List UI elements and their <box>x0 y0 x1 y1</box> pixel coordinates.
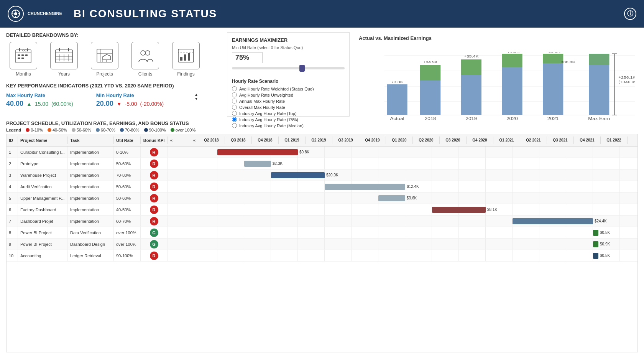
cell-util-5: 50-60% <box>114 192 141 204</box>
radio-overall_max[interactable]: Overall Max Hourly Rate <box>232 105 345 110</box>
scroll-left-btn[interactable]: « <box>168 138 175 143</box>
earnings-label-4: $12.4K <box>407 184 419 189</box>
timeline-cell-8-9 <box>432 227 459 238</box>
radio-annual_max[interactable]: Annual Max Hourly Rate <box>232 99 345 104</box>
timeline-cell-9-14 <box>566 239 593 250</box>
timeline-cell-1-12 <box>513 146 539 158</box>
gantt-row-7[interactable]: 7 Dashboard Projet Implementation 60-70%… <box>7 216 191 227</box>
timeline-col-Q3-2019: Q3 2019 <box>332 137 359 144</box>
col-name-header: Project Name <box>18 137 68 144</box>
svg-rect-10 <box>18 54 20 56</box>
timeline-cell-10-0 <box>191 250 217 261</box>
svg-rect-45 <box>461 75 481 115</box>
radio-weighted[interactable]: Avg Hourly Rate Weighted (Status Quo) <box>232 86 345 91</box>
legend-60-70: 60-70% <box>96 128 115 132</box>
svg-rect-40 <box>387 84 407 115</box>
breakdown-months[interactable]: OCT Months <box>6 42 41 77</box>
cell-id-9: 9 <box>7 239 18 250</box>
svg-text:2021: 2021 <box>547 117 559 121</box>
timeline-cell-4-15 <box>593 181 620 192</box>
cell-util-1: 0-10% <box>114 146 141 158</box>
cell-task-1: Implementation <box>68 146 114 158</box>
timeline-row-8: $0.5K <box>191 227 637 239</box>
timeline-cell-2-5 <box>325 158 352 169</box>
timeline-cell-5-5 <box>325 192 352 204</box>
earnings-chart: 73.8K +84.9K +55.4K +76.5K <box>359 52 635 127</box>
timeline-cell-9-2 <box>244 239 271 250</box>
kpi-max-label: Max Hourly Rate <box>6 92 73 98</box>
timeline-cell-7-4 <box>298 216 325 227</box>
radio-industry_top[interactable]: Industry Avg Hourly Rate (Top) <box>232 111 345 116</box>
timeline-cell-5-11 <box>486 192 513 204</box>
cell-task-6: Implementation <box>68 204 114 215</box>
timeline-cell-8-14 <box>566 227 593 238</box>
svg-text:+84.9K: +84.9K <box>423 60 438 64</box>
timeline-cell-10-3 <box>271 250 298 261</box>
breakdown-projects[interactable]: Projects <box>87 42 122 77</box>
kpi-max-hourly: Max Hourly Rate 40.00 ▲ 15.00 (60.00%) <box>6 92 73 108</box>
gantt-row-9[interactable]: 9 Power BI Project Dashboard Design over… <box>7 239 191 250</box>
cell-name-3: Warehouse Project <box>18 169 68 181</box>
svg-rect-52 <box>543 54 563 63</box>
sort-arrows[interactable]: ▲ ▼ <box>194 92 198 101</box>
gantt-row-6[interactable]: 6 Factory Dashboard Implementation 40-50… <box>7 204 191 216</box>
cell-task-7: Implementation <box>68 216 114 227</box>
cell-bonus-9: G <box>141 239 168 250</box>
timeline-cell-10-12 <box>513 250 539 261</box>
gantt-row-4[interactable]: 4 Audit Verification Implementation 50-6… <box>7 181 191 192</box>
svg-text:330.0K: 330.0K <box>561 60 575 64</box>
timeline-cell-1-5 <box>325 146 352 158</box>
svg-text:2018: 2018 <box>425 117 436 121</box>
timeline-cell-6-4 <box>298 204 325 215</box>
kpi-max-current: 40.00 <box>6 100 23 108</box>
earnings-panel: EARNINGS MAXIMIZER Min Util Rate (select… <box>227 32 350 117</box>
cell-util-4: 50-60% <box>114 181 141 192</box>
cell-name-1: Curabitur Consulting I... <box>18 146 68 158</box>
timeline-cell-9-7 <box>378 239 405 250</box>
scroll-right-btn[interactable]: « <box>191 138 198 143</box>
cell-util-2: 50-60% <box>114 158 141 169</box>
info-button[interactable]: ⓘ <box>624 8 636 20</box>
cell-task-10: Ledger Retrieval <box>68 250 114 261</box>
cell-util-10: 90-100% <box>114 250 141 261</box>
gantt-right[interactable]: « Q2 2018Q3 2018Q4 2018Q1 2019Q2 2019Q3 … <box>191 134 637 352</box>
svg-text:2019: 2019 <box>466 117 477 121</box>
svg-rect-48 <box>502 67 522 115</box>
gantt-row-1[interactable]: 1 Curabitur Consulting I... Implementati… <box>7 146 191 158</box>
svg-rect-11 <box>21 54 24 56</box>
gantt-row-2[interactable]: 2 Prototype Implementation 50-60% R <box>7 158 191 169</box>
radio-unweighted[interactable]: Avg Hourly Rate Unweighted <box>232 92 345 97</box>
slider-track[interactable] <box>232 67 345 69</box>
timeline-cell-2-15 <box>593 158 620 169</box>
legend-over-100: over 100% <box>171 128 196 132</box>
cell-bonus-4: R <box>141 181 168 192</box>
bonus-badge-7: R <box>150 217 158 225</box>
breakdown-clients[interactable]: Clients <box>128 42 163 77</box>
legend-70-80: 70-80% <box>120 128 140 132</box>
bonus-badge-10: R <box>150 252 158 260</box>
gantt-bar-5 <box>378 195 405 201</box>
gantt-bar-6 <box>432 207 486 213</box>
slider-thumb[interactable] <box>299 65 305 72</box>
cell-util-7: 60-70% <box>114 216 141 227</box>
earnings-label-5: $3.6K <box>407 196 417 200</box>
gantt-container: ID Project Name Task Util Rate Bonus KPI… <box>6 134 638 352</box>
gantt-row-5[interactable]: 5 Upper Management P... Implementation 5… <box>7 192 191 204</box>
timeline-cell-10-7 <box>378 250 405 261</box>
breakdown-findings[interactable]: Findings <box>169 42 203 77</box>
gantt-row-3[interactable]: 3 Warehouse Project Implementation 70-80… <box>7 169 191 181</box>
gantt-row-10[interactable]: 10 Accounting Ledger Retrieval 90-100% R <box>7 250 191 262</box>
bonus-badge-2: R <box>150 160 158 168</box>
chart-panel: Actual vs. Maximized Earnings 73.8K <box>356 32 638 117</box>
gantt-row-8[interactable]: 8 Power BI Project Data Verification ove… <box>7 227 191 239</box>
timeline-cell-4-9 <box>432 181 459 192</box>
cell-name-6: Factory Dashboard <box>18 204 68 215</box>
cell-id-2: 2 <box>7 158 18 169</box>
breakdown-years[interactable]: Years <box>47 42 81 77</box>
findings-icon-box <box>172 42 200 69</box>
timeline-cell-6-12 <box>513 204 539 215</box>
timeline-cell-8-4 <box>298 227 325 238</box>
gantt-bar-10 <box>593 253 598 259</box>
bonus-badge-6: R <box>150 206 158 214</box>
timeline-cell-4-12 <box>513 181 539 192</box>
